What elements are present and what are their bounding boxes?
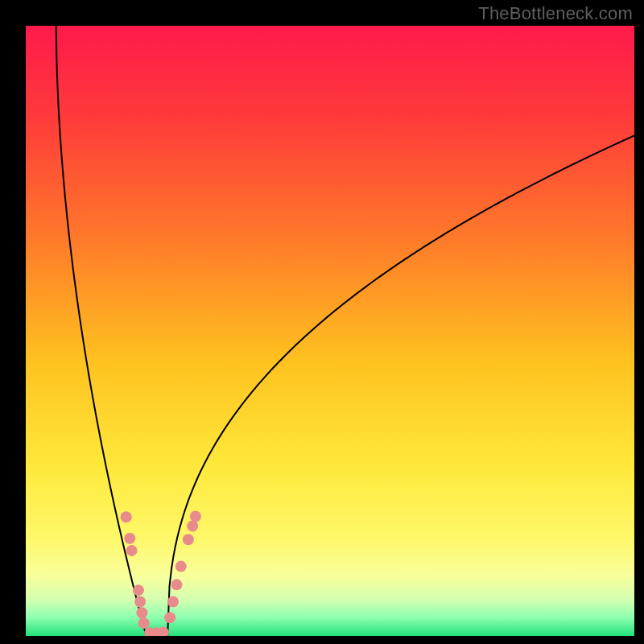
marker-left-dots-3 xyxy=(133,584,144,596)
marker-left-dots-6 xyxy=(138,617,150,629)
marker-right-dots-2 xyxy=(171,579,182,590)
curve-right-branch xyxy=(167,135,634,636)
watermark-text: TheBottleneck.com xyxy=(478,3,633,24)
curve-left-branch xyxy=(56,26,147,636)
marker-left-dots-5 xyxy=(136,607,147,618)
marker-right-dots-1 xyxy=(167,597,179,608)
chart-svg xyxy=(26,26,634,636)
marker-left-dots-0 xyxy=(121,511,132,522)
marker-right-dots-4 xyxy=(183,534,194,545)
marker-right-dots-6 xyxy=(190,510,201,522)
marker-right-dots-5 xyxy=(187,521,198,532)
marker-left-dots-2 xyxy=(126,545,138,556)
marker-left-dots-1 xyxy=(124,533,135,544)
plot-area xyxy=(26,26,634,636)
marker-right-dots-0 xyxy=(164,612,175,623)
canvas: TheBottleneck.com xyxy=(0,0,644,644)
marker-right-dots-3 xyxy=(175,561,187,572)
marker-left-dots-4 xyxy=(134,597,146,608)
